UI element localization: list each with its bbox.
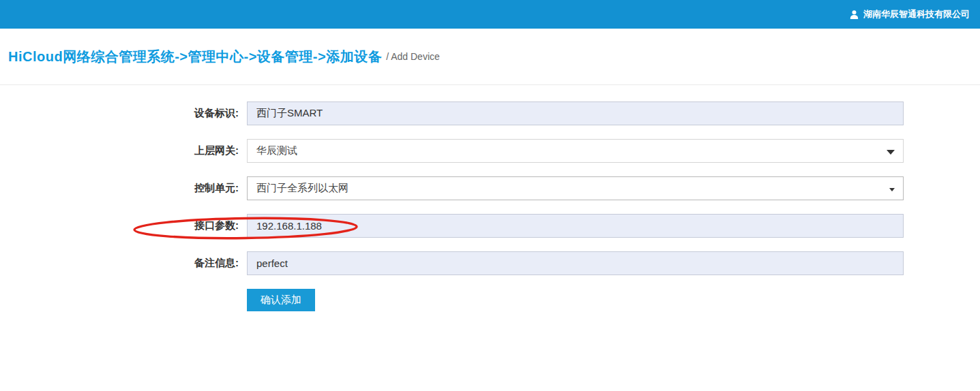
form-row-device-id: 设备标识:: [0, 101, 980, 125]
form-row-gateway: 上层网关: 华辰测试: [0, 139, 980, 163]
company-name: 湖南华辰智通科技有限公司: [863, 8, 970, 20]
remark-label: 备注信息:: [0, 257, 239, 270]
device-id-label: 设备标识:: [0, 107, 239, 120]
form-row-interface-param: 接口参数:: [0, 214, 980, 238]
form-row-control-unit: 控制单元: 西门子全系列以太网: [0, 176, 980, 200]
control-unit-selected-value: 西门子全系列以太网: [256, 182, 348, 195]
chevron-down-icon: [889, 188, 895, 191]
chevron-down-icon: [887, 150, 895, 155]
gateway-selected-value: 华辰测试: [256, 144, 297, 157]
interface-param-input[interactable]: [247, 214, 904, 238]
topbar: 湖南华辰智通科技有限公司: [0, 0, 980, 29]
form-row-remark: 备注信息:: [0, 251, 980, 275]
header: HiCloud网络综合管理系统->管理中心->设备管理->添加设备 / Add …: [0, 29, 980, 85]
breadcrumb: HiCloud网络综合管理系统->管理中心->设备管理->添加设备: [8, 48, 382, 66]
control-unit-label: 控制单元:: [0, 182, 239, 195]
user-company-menu[interactable]: 湖南华辰智通科技有限公司: [849, 8, 970, 20]
gateway-select[interactable]: 华辰测试: [247, 139, 904, 163]
remark-input[interactable]: [247, 251, 904, 275]
confirm-add-button[interactable]: 确认添加: [247, 289, 315, 311]
button-row: 确认添加: [247, 289, 980, 311]
control-unit-select[interactable]: 西门子全系列以太网: [247, 176, 904, 200]
gateway-label: 上层网关:: [0, 144, 239, 157]
user-icon: [849, 10, 859, 20]
interface-param-label: 接口参数:: [0, 219, 239, 232]
device-id-input[interactable]: [247, 101, 904, 125]
breadcrumb-subtitle: / Add Device: [386, 51, 440, 62]
add-device-form: 设备标识: 上层网关: 华辰测试 控制单元: 西门子全系列以太网 接口参数:: [0, 85, 980, 311]
